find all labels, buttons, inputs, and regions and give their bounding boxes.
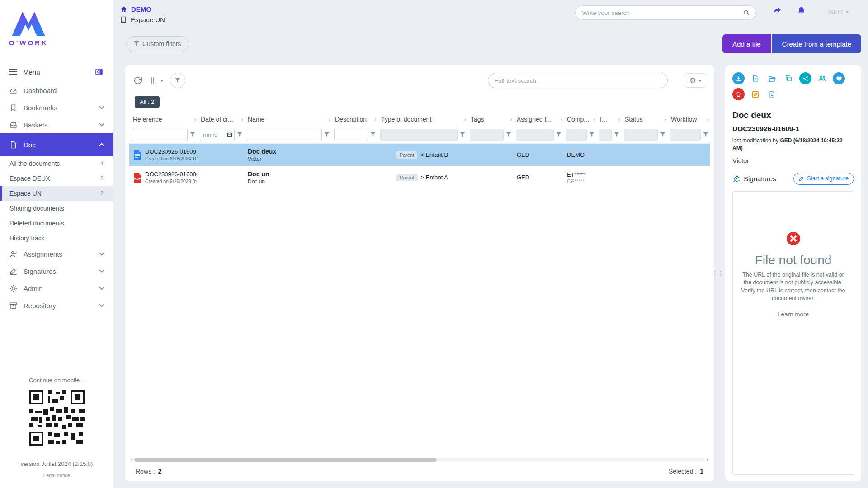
sidebar-item-espace-un[interactable]: Espace UN 2: [0, 186, 113, 201]
table-row[interactable]: DOC230926-01609-1 Created on 6/18/2024 1…: [129, 143, 710, 166]
calendar-icon[interactable]: [227, 132, 232, 137]
date-filter-input[interactable]: [203, 131, 226, 138]
share-forward-icon[interactable]: [772, 5, 782, 15]
sort-icon[interactable]: ›: [618, 116, 620, 123]
sidebar-item-repository[interactable]: Repository: [0, 297, 113, 314]
custom-filters-label: Custom filters: [142, 40, 181, 47]
sort-icon[interactable]: ›: [194, 116, 196, 123]
funnel-icon[interactable]: [660, 132, 665, 137]
sidebar-item-label: Assignments: [24, 250, 62, 258]
learn-more-link[interactable]: Learn more: [778, 311, 809, 318]
sort-icon[interactable]: ›: [241, 116, 243, 123]
sidebar-item-all-documents[interactable]: All the documents 4: [0, 156, 113, 171]
chevron-down-icon: [99, 285, 104, 290]
scroll-right-arrow[interactable]: ▸: [707, 457, 709, 462]
funnel-icon[interactable]: [370, 132, 376, 137]
type-child: > Enfant B: [420, 151, 448, 158]
scroll-left-arrow[interactable]: ◂: [130, 457, 132, 462]
table-row[interactable]: PDF DOC230926-01608-0 Created on 9/26/20…: [129, 166, 710, 188]
sidebar-item-baskets[interactable]: Baskets: [0, 116, 113, 133]
sort-icon[interactable]: ›: [560, 116, 562, 123]
sidebar-item-assignments[interactable]: Assignments: [0, 245, 113, 263]
custom-filters-button[interactable]: Custom filters: [126, 36, 189, 52]
error-circle-icon: [785, 230, 802, 247]
table-settings-button[interactable]: ⚙: [685, 73, 706, 88]
description-filter-input[interactable]: [334, 129, 368, 141]
funnel-icon[interactable]: [190, 132, 195, 137]
funnel-icon[interactable]: [237, 132, 242, 137]
scrollbar-thumb[interactable]: [134, 458, 437, 462]
sidebar-item-deleted-documents[interactable]: Deleted documents: [0, 216, 113, 230]
fulltext-search-input[interactable]: [495, 77, 661, 84]
user-menu[interactable]: GED: [828, 5, 849, 16]
company: DEMO: [567, 151, 593, 158]
copy-icon: [785, 75, 793, 82]
funnel-icon[interactable]: [703, 132, 708, 137]
funnel-icon[interactable]: [506, 132, 511, 137]
fulltext-search: [488, 73, 668, 88]
sort-icon[interactable]: ›: [593, 116, 595, 123]
search-icon[interactable]: [743, 9, 750, 16]
workspace-title[interactable]: DEMO: [131, 5, 151, 13]
assigned-filter-input: [516, 129, 554, 141]
funnel-icon[interactable]: [460, 132, 465, 137]
copy-button[interactable]: [783, 72, 795, 84]
sort-icon[interactable]: ›: [464, 116, 466, 123]
sidebar-item-signatures[interactable]: Signatures: [0, 263, 113, 280]
sidebar-item-dashboard[interactable]: Dashboard: [0, 82, 113, 99]
funnel-icon[interactable]: [589, 132, 594, 137]
signature-icon: [732, 174, 741, 183]
refresh-button[interactable]: [133, 75, 143, 85]
sort-icon[interactable]: ›: [510, 116, 512, 123]
sidebar-item-history-track[interactable]: History track: [0, 230, 113, 245]
sidebar-item-label: Baskets: [24, 121, 47, 129]
notes-button[interactable]: [766, 88, 778, 100]
name-filter-input[interactable]: [247, 129, 322, 141]
sidebar-item-espace-deux[interactable]: Espace DEUX 2: [0, 171, 113, 186]
permissions-button[interactable]: [816, 72, 828, 84]
open-file-button[interactable]: [766, 72, 778, 84]
sort-icon[interactable]: ›: [374, 116, 377, 123]
add-file-button[interactable]: Add a file: [722, 34, 771, 53]
new-version-button[interactable]: [749, 72, 761, 84]
create-from-template-button[interactable]: Create from a template: [772, 34, 861, 53]
funnel-icon[interactable]: [556, 132, 561, 137]
sidebar-subitem-label: Espace DEUX: [9, 175, 50, 182]
funnel-icon[interactable]: [324, 132, 330, 137]
favorite-button[interactable]: [833, 72, 845, 84]
share-button[interactable]: [799, 72, 811, 84]
assignments-icon: [9, 250, 18, 258]
sort-icon[interactable]: ›: [664, 116, 666, 123]
filter-tab-all[interactable]: All : 2: [135, 96, 160, 108]
panel-resize-handle[interactable]: ⋮⋮: [714, 65, 721, 481]
funnel-icon[interactable]: [614, 132, 619, 137]
chevron-down-icon: [160, 80, 164, 82]
table-header-row: Reference› Date of cr...› Name› Descript…: [129, 113, 710, 126]
start-signature-button[interactable]: Start a signature: [793, 173, 854, 185]
sidebar-item-admin[interactable]: Admin: [0, 280, 113, 297]
edit-button[interactable]: [749, 88, 761, 100]
hamburger-icon[interactable]: [9, 69, 17, 75]
company: ET*****: [567, 171, 593, 178]
reference-filter-input[interactable]: [132, 129, 188, 141]
legal-notice-link[interactable]: Legal notice: [0, 473, 113, 478]
delete-button[interactable]: [732, 88, 745, 100]
sort-icon[interactable]: ›: [707, 116, 709, 123]
documents-table-card: ⚙ All : 2 Reference› Date of cr...› Name…: [125, 65, 714, 481]
collapse-sidebar-icon[interactable]: [95, 68, 103, 75]
sidebar-item-doc[interactable]: Doc: [0, 133, 113, 156]
dashboard-icon: [9, 86, 18, 95]
download-button[interactable]: [732, 72, 745, 84]
bell-icon[interactable]: [797, 6, 806, 15]
sort-icon[interactable]: ›: [328, 116, 330, 123]
company-sub: CE*****: [567, 178, 593, 184]
scrollbar-track[interactable]: [134, 458, 705, 462]
column-header: I...›: [596, 113, 621, 126]
column-header: Workflow›: [667, 113, 710, 126]
global-search-input[interactable]: [582, 9, 743, 16]
filter-button[interactable]: [170, 73, 185, 88]
sidebar-item-bookmarks[interactable]: Bookmarks: [0, 99, 113, 116]
columns-chooser-button[interactable]: [149, 76, 164, 85]
edit-icon: [751, 90, 760, 99]
sidebar-item-sharing-documents[interactable]: Sharing documents: [0, 201, 113, 216]
